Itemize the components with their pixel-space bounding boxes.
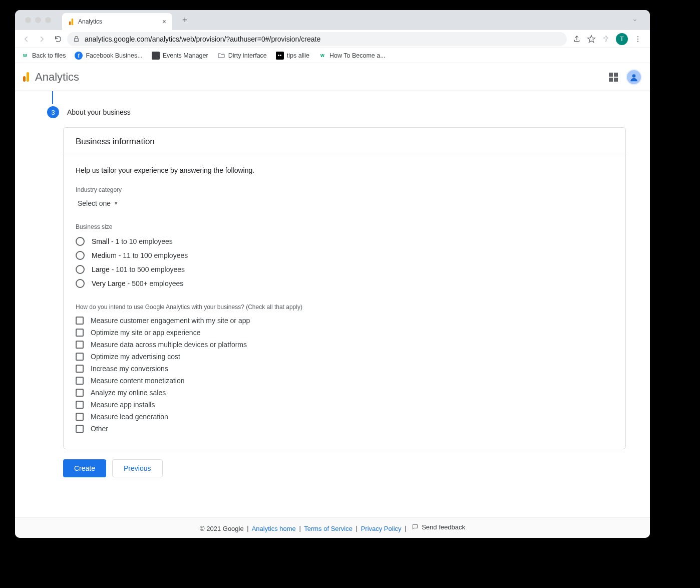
forward-button[interactable] [35, 32, 49, 46]
svg-point-3 [632, 74, 636, 78]
checkbox-item[interactable]: Measure app installs [76, 399, 613, 411]
action-buttons: Create Previous [63, 459, 650, 477]
create-button[interactable]: Create [63, 459, 106, 477]
checkbox-item[interactable]: Optimize my site or app experience [76, 327, 613, 339]
checkbox-item[interactable]: Measure lead generation [76, 411, 613, 423]
checkbox-icon [76, 365, 84, 373]
radio-icon [76, 265, 85, 274]
copyright: © 2021 Google [200, 524, 244, 532]
radio-medium[interactable]: Medium - 11 to 100 employees [76, 248, 613, 262]
tab-title: Analytics [78, 18, 102, 25]
app-title: Analytics [35, 71, 79, 84]
browser-tab[interactable]: Analytics × [62, 13, 172, 30]
bookmark-item[interactable]: w Back to files [21, 52, 66, 60]
browser-window: Analytics × + analytics.google.com/analy… [15, 10, 650, 538]
send-feedback-button[interactable]: Send feedback [412, 523, 465, 531]
bookmark-icon: w [318, 52, 326, 60]
checkbox-icon [76, 377, 84, 385]
privacy-link[interactable]: Privacy Policy [361, 524, 402, 532]
user-avatar[interactable] [626, 69, 642, 85]
radio-very-large[interactable]: Very Large - 500+ employees [76, 276, 613, 290]
extensions-icon[interactable] [602, 35, 610, 43]
radio-small[interactable]: Small - 1 to 10 employees [76, 234, 613, 248]
svg-point-0 [637, 36, 638, 37]
step-header: 3 About your business [33, 91, 650, 127]
reload-button[interactable] [51, 32, 65, 46]
bookmark-item[interactable]: w How To Become a... [318, 52, 386, 60]
svg-point-1 [637, 38, 638, 39]
address-bar: analytics.google.com/analytics/web/provi… [15, 30, 650, 48]
checkbox-item[interactable]: Increase my conversions [76, 363, 613, 375]
intent-label: How do you intend to use Google Analytic… [76, 304, 613, 311]
minimize-dot[interactable] [35, 17, 41, 23]
radio-large[interactable]: Large - 101 to 500 employees [76, 262, 613, 276]
checkbox-item[interactable]: Analyze my online sales [76, 387, 613, 399]
business-size-label: Business size [76, 223, 613, 230]
bookmark-item[interactable]: tips allie [276, 52, 309, 60]
checkbox-icon [76, 353, 84, 361]
share-icon[interactable] [573, 35, 581, 43]
step-title: About your business [67, 108, 131, 116]
checkbox-icon [76, 341, 84, 349]
maximize-dot[interactable] [45, 17, 51, 23]
radio-icon [76, 251, 85, 260]
step-number-badge: 3 [47, 106, 59, 118]
checkbox-icon [76, 329, 84, 337]
back-button[interactable] [19, 32, 33, 46]
checkbox-icon [76, 389, 84, 397]
radio-icon [76, 279, 85, 288]
apps-icon[interactable] [609, 73, 618, 82]
checkbox-item[interactable]: Measure customer engagement with my site… [76, 315, 613, 327]
analytics-home-link[interactable]: Analytics home [252, 524, 296, 532]
business-size-group: Small - 1 to 10 employees Medium - 11 to… [76, 234, 613, 290]
card-title: Business information [64, 128, 625, 156]
bookmark-item[interactable]: Dirty interface [217, 52, 267, 60]
lock-icon [73, 36, 80, 42]
tab-dropdown[interactable] [632, 17, 646, 23]
content-area: 3 About your business Business informati… [15, 91, 650, 517]
step-connector [52, 91, 53, 104]
checkbox-item[interactable]: Optimize my advertising cost [76, 351, 613, 363]
industry-label: Industry category [76, 186, 613, 193]
bookmark-item[interactable]: Events Manager [152, 52, 208, 60]
new-tab-button[interactable]: + [178, 13, 192, 28]
analytics-logo [23, 72, 29, 82]
intent-group: Measure customer engagement with my site… [76, 315, 613, 435]
bookmark-icon [152, 52, 160, 60]
card-intro: Help us tailor your experience by answer… [76, 166, 613, 174]
previous-button[interactable]: Previous [112, 459, 162, 477]
svg-point-2 [637, 41, 638, 42]
checkbox-icon [76, 401, 84, 409]
footer: © 2021 Google | Analytics home | Terms o… [15, 517, 650, 538]
business-info-card: Business information Help us tailor your… [63, 127, 626, 449]
checkbox-item[interactable]: Other [76, 423, 613, 435]
tab-bar: Analytics × + [15, 10, 650, 30]
close-tab-icon[interactable]: × [162, 18, 166, 26]
checkbox-icon [76, 425, 84, 433]
feedback-icon [412, 523, 419, 530]
close-dot[interactable] [25, 17, 31, 23]
bookmark-icon [276, 52, 284, 60]
bookmarks-bar: w Back to files f Facebook Busines... Ev… [15, 48, 650, 63]
window-controls[interactable] [19, 17, 57, 23]
tos-link[interactable]: Terms of Service [304, 524, 353, 532]
bookmark-item[interactable]: f Facebook Busines... [75, 52, 142, 60]
checkbox-item[interactable]: Measure data across multiple devices or … [76, 339, 613, 351]
facebook-icon: f [75, 52, 83, 60]
star-icon[interactable] [587, 35, 596, 44]
radio-icon [76, 237, 85, 246]
url-text: analytics.google.com/analytics/web/provi… [85, 35, 320, 43]
app-header: Analytics [15, 63, 650, 91]
checkbox-item[interactable]: Measure content monetization [76, 375, 613, 387]
folder-icon [217, 52, 225, 60]
industry-dropdown[interactable]: Select one ▼ [76, 196, 613, 210]
chevron-down-icon: ▼ [114, 201, 118, 206]
profile-avatar[interactable]: T [616, 33, 628, 45]
analytics-favicon [69, 18, 73, 25]
checkbox-icon [76, 317, 84, 325]
url-field[interactable]: analytics.google.com/analytics/web/provi… [67, 32, 567, 46]
checkbox-icon [76, 413, 84, 421]
bookmark-icon: w [21, 52, 29, 60]
menu-icon[interactable] [634, 35, 642, 43]
